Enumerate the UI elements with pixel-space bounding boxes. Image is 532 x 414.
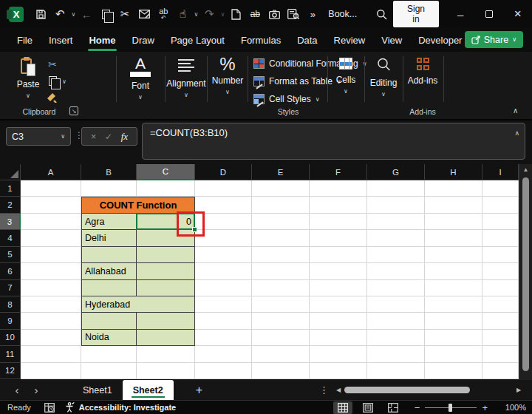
- row-header-4[interactable]: 4: [0, 230, 21, 246]
- cell-G5[interactable]: [367, 247, 425, 263]
- undo-dropdown-icon[interactable]: ∨: [69, 11, 77, 18]
- strikethrough-icon[interactable]: ab: [245, 5, 265, 23]
- back-icon[interactable]: ←: [77, 5, 96, 23]
- cell-G6[interactable]: [367, 263, 425, 279]
- column-header-A[interactable]: A: [21, 164, 81, 180]
- lookup-icon[interactable]: [284, 5, 303, 23]
- share-button[interactable]: Share ∨: [465, 31, 523, 48]
- editing-menu-button[interactable]: Editing ∨: [365, 58, 402, 98]
- scroll-right-icon[interactable]: ▶: [514, 387, 523, 393]
- addins-button[interactable]: Add-ins: [405, 58, 440, 86]
- cell-B12[interactable]: [81, 363, 137, 379]
- camera-icon[interactable]: [265, 5, 284, 23]
- cell-F7[interactable]: [310, 280, 367, 296]
- cell-D2[interactable]: [195, 197, 252, 213]
- cell-G3[interactable]: [367, 214, 425, 230]
- cell-F12[interactable]: [310, 363, 367, 379]
- cell-E6[interactable]: [252, 263, 310, 279]
- horizontal-scrollbar[interactable]: ◀ ▶: [334, 384, 523, 396]
- cell-B4[interactable]: Delhi: [81, 230, 137, 246]
- zoom-level[interactable]: 100%: [492, 403, 526, 412]
- vertical-scrollbar-thumb[interactable]: [522, 177, 529, 371]
- cell-A3[interactable]: [21, 214, 81, 230]
- cell-I4[interactable]: [482, 230, 519, 246]
- cell-E2[interactable]: [252, 197, 310, 213]
- more-commands-icon[interactable]: »: [303, 5, 322, 23]
- cell-E5[interactable]: [252, 247, 310, 263]
- format-painter-icon[interactable]: [45, 92, 60, 104]
- cell-H9[interactable]: [425, 313, 482, 329]
- cell-E9[interactable]: [252, 313, 310, 329]
- formula-input[interactable]: =COUNT(B3:B10) ∧: [142, 123, 525, 160]
- cell-H6[interactable]: [425, 263, 482, 279]
- cell-C11[interactable]: [137, 346, 195, 362]
- cell-H2[interactable]: [425, 197, 482, 213]
- cell-H10[interactable]: [425, 330, 482, 346]
- ribbon-tab-data[interactable]: Data: [289, 30, 325, 50]
- cell-G4[interactable]: [367, 230, 425, 246]
- normal-view-button[interactable]: [333, 401, 352, 414]
- cell-F11[interactable]: [310, 346, 367, 362]
- cell-D8[interactable]: [195, 296, 252, 313]
- cell-B1[interactable]: [81, 180, 137, 197]
- number-menu-button[interactable]: % Number ∨: [208, 55, 248, 95]
- zoom-in-button[interactable]: +: [482, 402, 488, 413]
- column-header-B[interactable]: B: [81, 164, 137, 180]
- cell-A2[interactable]: [21, 197, 81, 213]
- cell-C10[interactable]: [137, 330, 195, 346]
- paste-button[interactable]: Paste ∨: [12, 58, 44, 99]
- cell-G1[interactable]: [367, 180, 425, 197]
- insert-function-icon[interactable]: fx: [121, 131, 128, 143]
- cell-B3[interactable]: Agra: [81, 214, 137, 230]
- column-header-H[interactable]: H: [425, 164, 482, 180]
- ribbon-copy-icon[interactable]: [46, 74, 59, 87]
- scroll-left-icon[interactable]: ◀: [334, 387, 343, 393]
- ribbon-tab-formulas[interactable]: Formulas: [233, 30, 289, 50]
- cell-F5[interactable]: [310, 247, 367, 263]
- ribbon-tab-file[interactable]: File: [9, 30, 41, 50]
- cell-D11[interactable]: [195, 346, 252, 362]
- prev-sheet-icon[interactable]: ‹: [7, 384, 27, 396]
- row-header-7[interactable]: 7: [0, 280, 21, 296]
- cell-E8[interactable]: [252, 296, 310, 313]
- cell-A11[interactable]: [21, 346, 81, 362]
- touch-mode-icon[interactable]: ☝: [173, 5, 192, 23]
- formula-bar-collapse-icon[interactable]: ∧: [514, 129, 519, 137]
- sheet-tab-sheet2[interactable]: Sheet2: [123, 380, 174, 400]
- ribbon-cut-icon[interactable]: ✂: [44, 58, 61, 71]
- excel-logo-icon[interactable]: X: [9, 7, 24, 22]
- cell-C1[interactable]: [137, 180, 195, 197]
- ribbon-tab-draw[interactable]: Draw: [124, 30, 163, 50]
- row-header-9[interactable]: 9: [0, 313, 21, 329]
- row-header-1[interactable]: 1: [0, 180, 21, 197]
- cell-H1[interactable]: [425, 180, 482, 197]
- new-sheet-button[interactable]: +: [196, 384, 202, 397]
- cell-F2[interactable]: [310, 197, 367, 213]
- cell-H11[interactable]: [425, 346, 482, 362]
- next-sheet-icon[interactable]: ›: [27, 384, 46, 396]
- cell-B6[interactable]: Allahabad: [81, 263, 137, 279]
- cell-H8[interactable]: [425, 296, 482, 313]
- cell-A10[interactable]: [21, 330, 81, 346]
- cell-A8[interactable]: [21, 296, 81, 313]
- cell-B11[interactable]: [81, 346, 137, 362]
- row-header-2[interactable]: 2: [0, 197, 21, 213]
- page-break-preview-button[interactable]: [383, 401, 403, 414]
- copy-icon[interactable]: [96, 5, 115, 23]
- sheet-tab-options-icon[interactable]: ⋮: [319, 384, 329, 396]
- cell-E11[interactable]: [252, 346, 310, 362]
- touch-mode-dropdown-icon[interactable]: ∨: [192, 11, 200, 18]
- sheet-tab-sheet1[interactable]: Sheet1: [72, 380, 123, 400]
- maximize-button[interactable]: [475, 0, 504, 28]
- page-layout-view-button[interactable]: [358, 401, 378, 414]
- cell-G9[interactable]: [367, 313, 425, 329]
- cell-I1[interactable]: [482, 180, 519, 197]
- row-header-3[interactable]: 3: [0, 214, 21, 230]
- alignment-menu-button[interactable]: Alignment ∨: [164, 59, 208, 98]
- cell-G2[interactable]: [367, 197, 425, 213]
- cancel-formula-icon[interactable]: ×: [91, 131, 97, 142]
- scroll-up-icon[interactable]: ▲: [519, 166, 532, 173]
- ribbon-tab-review[interactable]: Review: [326, 30, 374, 50]
- cell-G10[interactable]: [367, 330, 425, 346]
- cell-B9[interactable]: [81, 313, 137, 329]
